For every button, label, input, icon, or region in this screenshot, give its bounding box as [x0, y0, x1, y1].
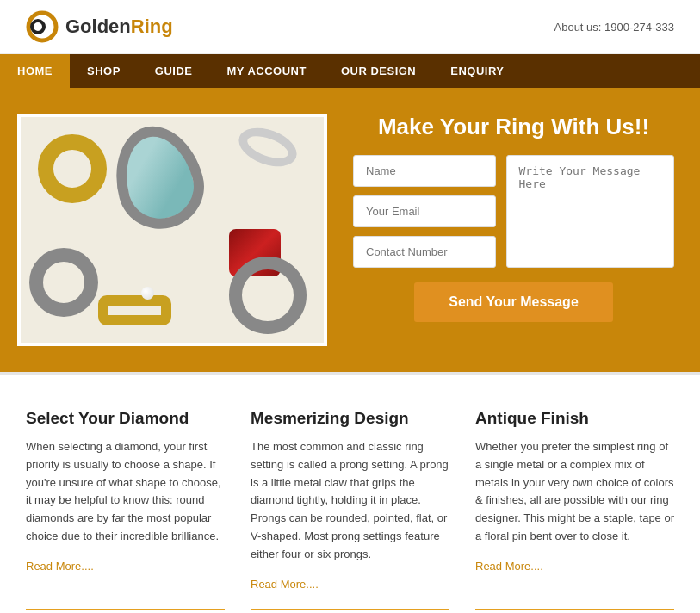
contact-input[interactable]	[353, 236, 496, 268]
nav-item-shop[interactable]: SHOP	[70, 54, 138, 88]
ring-pearl	[141, 287, 154, 300]
feature-antique: Antique Finish Whether you prefer the si…	[475, 409, 674, 610]
nav-item-myaccount[interactable]: MY ACCOUNT	[210, 54, 324, 88]
ring-silver	[233, 121, 301, 174]
feature-diamond-title: Select Your Diamond	[26, 409, 225, 428]
svg-point-1	[32, 21, 44, 33]
ring-band	[29, 248, 98, 317]
name-input[interactable]	[353, 155, 496, 187]
feature-diamond-readmore[interactable]: Read More....	[26, 560, 94, 573]
rings-display	[21, 117, 324, 343]
message-textarea[interactable]	[506, 155, 675, 268]
main-nav: HOME SHOP GUIDE MY ACCOUNT OUR DESIGN EN…	[0, 54, 700, 88]
send-button[interactable]: Send Your Message	[414, 282, 613, 322]
form-left	[353, 155, 496, 268]
hero-image	[17, 114, 327, 346]
nav-item-ourdesign[interactable]: OUR DESIGN	[324, 54, 433, 88]
nav-item-home[interactable]: HOME	[0, 54, 70, 88]
feature-diamond: Select Your Diamond When selecting a dia…	[26, 409, 225, 610]
nav-item-guide[interactable]: GUIDE	[138, 54, 210, 88]
feature-diamond-body: When selecting a diamond, your first pri…	[26, 438, 225, 546]
feature-design-readmore[interactable]: Read More....	[251, 578, 319, 591]
logo[interactable]: GoldenRing	[26, 10, 173, 43]
ring-teal	[103, 116, 214, 238]
hero-form: Make Your Ring With Us!! Send Your Messa…	[353, 114, 674, 322]
logo-text: GoldenRing	[65, 15, 173, 38]
hero-section: Make Your Ring With Us!! Send Your Messa…	[0, 88, 700, 372]
ring-silver-large	[229, 257, 307, 334]
content-section: Select Your Diamond When selecting a dia…	[0, 372, 700, 613]
email-input[interactable]	[353, 195, 496, 227]
feature-antique-body: Whether you prefer the simplest ring of …	[475, 438, 674, 546]
feature-antique-title: Antique Finish	[475, 409, 674, 428]
feature-design: Mesmerizing Design The most common and c…	[251, 409, 449, 610]
logo-icon	[26, 10, 59, 43]
feature-antique-readmore[interactable]: Read More....	[475, 560, 543, 573]
form-layout	[353, 155, 674, 268]
ring-gold-band	[98, 295, 171, 325]
ring-gold	[38, 134, 107, 203]
header-contact: About us: 1900-274-333	[554, 21, 675, 34]
header: GoldenRing About us: 1900-274-333	[0, 0, 700, 54]
hero-title: Make Your Ring With Us!!	[353, 114, 674, 140]
feature-design-body: The most common and classic ring setting…	[251, 438, 449, 564]
nav-item-enquiry[interactable]: ENQUIRY	[433, 54, 521, 88]
feature-design-title: Mesmerizing Design	[251, 409, 449, 428]
